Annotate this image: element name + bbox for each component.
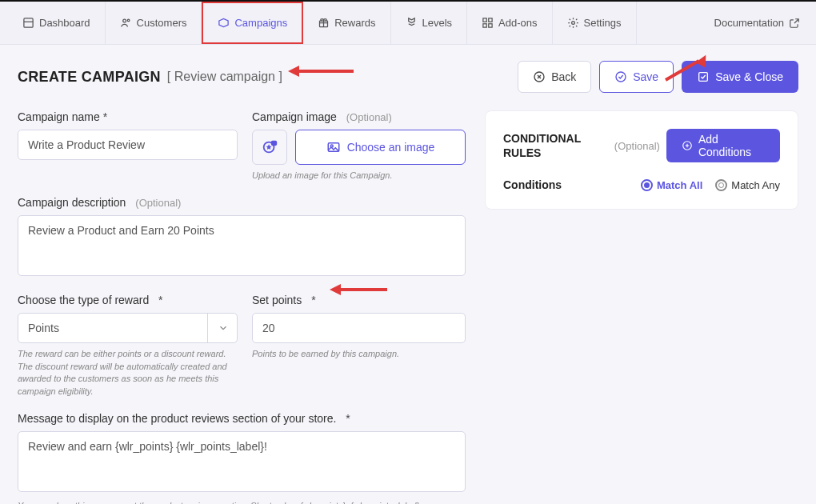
- image-label: Campaign image (Optional): [252, 110, 466, 123]
- nav-doc-label: Documentation: [714, 17, 784, 29]
- nav-settings[interactable]: Settings: [553, 2, 637, 44]
- dashboard-icon: [22, 17, 34, 29]
- nav-customers[interactable]: Customers: [106, 2, 202, 44]
- points-input[interactable]: [252, 313, 466, 343]
- points-hint: Points to be earned by this campaign.: [252, 348, 466, 360]
- save-label: Save: [633, 70, 658, 83]
- save-icon: [697, 70, 710, 83]
- svg-rect-6: [483, 24, 486, 27]
- check-circle-icon: [614, 70, 627, 83]
- campaign-desc-input[interactable]: Review a Product and Earn 20 Points: [18, 215, 466, 276]
- page-subtitle: [ Review campaign ]: [167, 70, 282, 84]
- match-any-radio[interactable]: Match Any: [715, 179, 780, 191]
- svg-point-10: [616, 72, 626, 82]
- image-icon: [326, 140, 341, 154]
- add-conditions-label: Add Conditions: [698, 133, 765, 158]
- match-any-label: Match Any: [731, 179, 780, 191]
- nav-label: Levels: [422, 17, 453, 29]
- star-badge-icon: [261, 138, 278, 156]
- match-all-radio[interactable]: Match All: [641, 179, 702, 191]
- nav-label: Customers: [137, 17, 187, 29]
- svg-rect-13: [272, 142, 277, 146]
- svg-rect-4: [483, 18, 486, 22]
- svg-point-2: [127, 19, 130, 22]
- nav-addons[interactable]: Add-ons: [467, 2, 552, 44]
- top-nav: Dashboard Customers Campaigns Rewards Le…: [0, 0, 816, 45]
- add-conditions-button[interactable]: Add Conditions: [666, 129, 780, 162]
- nav-campaigns[interactable]: Campaigns: [202, 2, 303, 44]
- message-input[interactable]: Review and earn {wlr_points} {wlr_points…: [18, 431, 466, 492]
- image-hint: Upload an image for this Campaign.: [252, 170, 466, 182]
- nav-levels[interactable]: Levels: [391, 2, 468, 44]
- nav-label: Dashboard: [39, 17, 90, 29]
- levels-icon: [406, 17, 418, 29]
- match-all-label: Match All: [657, 179, 702, 191]
- nav-rewards[interactable]: Rewards: [303, 2, 390, 44]
- svg-rect-11: [699, 73, 708, 82]
- conditions-panel: CONDITIONAL RULES (Optional) Add Conditi…: [485, 110, 798, 210]
- save-close-label: Save & Close: [715, 70, 783, 83]
- svg-rect-0: [24, 18, 33, 27]
- nav-label: Settings: [584, 17, 622, 29]
- points-label: Set points *: [252, 294, 466, 306]
- close-circle-icon: [533, 70, 546, 83]
- nav-documentation[interactable]: Documentation: [706, 2, 808, 44]
- addons-icon: [482, 17, 494, 29]
- choose-image-label: Choose an image: [347, 141, 435, 154]
- svg-rect-7: [489, 24, 492, 27]
- image-thumb: [252, 130, 287, 165]
- rewards-icon: [318, 17, 330, 29]
- conditions-optional: (Optional): [614, 140, 660, 152]
- settings-icon: [567, 17, 579, 29]
- page-title: CREATE CAMPAIGN: [18, 69, 161, 86]
- choose-image-button[interactable]: Choose an image: [295, 130, 466, 165]
- desc-label: Campaign description (Optional): [18, 196, 466, 209]
- svg-point-8: [571, 22, 574, 25]
- plus-circle-icon: [682, 139, 693, 152]
- conditions-title: CONDITIONAL RULES: [503, 131, 608, 160]
- message-label: Message to display on the product review…: [18, 412, 466, 425]
- conditions-label: Conditions: [503, 178, 562, 191]
- customers-icon: [120, 17, 132, 29]
- save-close-button[interactable]: Save & Close: [682, 61, 798, 93]
- save-button[interactable]: Save: [599, 61, 674, 93]
- external-link-icon: [789, 18, 800, 29]
- name-label: Campaign name*: [18, 110, 238, 123]
- nav-label: Campaigns: [234, 17, 287, 29]
- nav-label: Rewards: [334, 17, 375, 29]
- back-button[interactable]: Back: [518, 61, 591, 93]
- svg-rect-5: [489, 18, 492, 22]
- reward-type-hint: The reward can be either points or a dis…: [18, 348, 238, 398]
- reward-type-label: Choose the type of reward *: [18, 294, 238, 306]
- nav-label: Add-ons: [498, 17, 537, 29]
- reward-type-select[interactable]: [18, 313, 238, 343]
- nav-dashboard[interactable]: Dashboard: [8, 2, 106, 44]
- message-hint: You can show this message at the product…: [18, 500, 466, 504]
- campaign-name-input[interactable]: [18, 130, 238, 160]
- back-label: Back: [551, 70, 576, 83]
- svg-point-1: [122, 19, 126, 22]
- campaigns-icon: [218, 17, 230, 29]
